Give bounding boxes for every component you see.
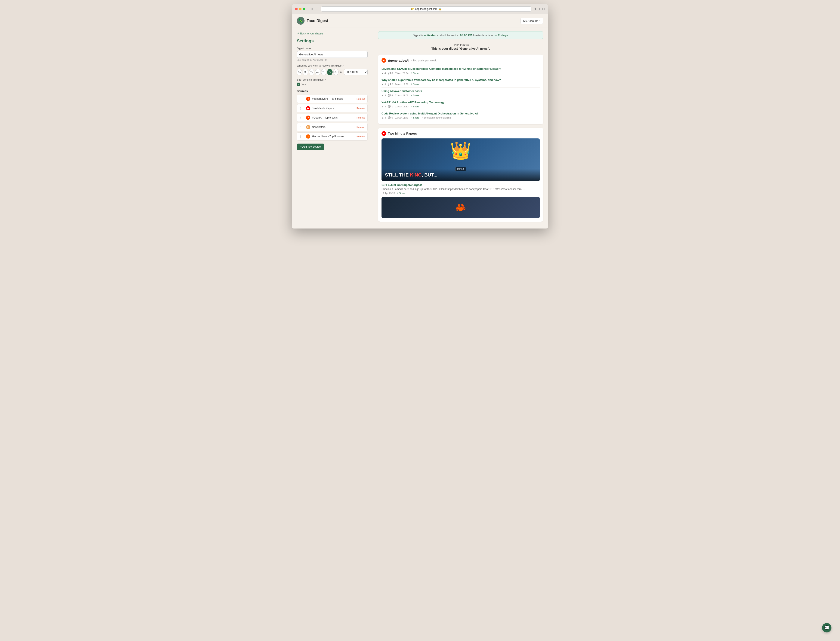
post-item: Using AI lower customer costs ▲ 3 💬 4 22… — [382, 87, 540, 99]
post-title-link[interactable]: Why should algorithmic transparency be i… — [382, 78, 540, 82]
post-date: 22 Apr 11:43 — [395, 116, 408, 119]
comments: 💬 4 — [388, 94, 393, 97]
last-sent-text: Last sent at 12 Apr 05:01 PM — [297, 59, 368, 61]
traffic-light-close[interactable] — [295, 8, 298, 10]
comments: 💬 2 — [388, 83, 393, 85]
video-date: 17 Apr 23:28 — [382, 192, 395, 195]
traffic-lights — [295, 8, 305, 10]
source-icon-youtube: ▶ — [306, 106, 310, 110]
video-title[interactable]: GPT-4 Just Got Supercharged! — [382, 184, 540, 187]
drag-handle-icon[interactable]: ⋮⋮ — [299, 107, 304, 110]
post-title-link[interactable]: YaART: Yet Another ART Rendering Technol… — [382, 101, 540, 105]
browser-back-btn[interactable]: ‹ — [316, 7, 318, 11]
video-thumbnail-partial[interactable]: 🦀 — [382, 197, 540, 218]
sidebar-icon[interactable]: ⊡ — [542, 7, 545, 11]
post-meta: ▲ 3 💬 1 22 Apr 15:30 ↗ Share — [382, 105, 540, 108]
day-thursday[interactable]: Th — [321, 69, 326, 75]
drag-handle-icon[interactable]: ⋮⋮ — [299, 97, 304, 100]
sources-title: Sources — [297, 89, 368, 93]
source-icon-reddit: ● — [306, 97, 310, 101]
remove-source-reddit-gen-ai[interactable]: Remove — [357, 98, 365, 100]
remove-source-hacker-news[interactable]: Remove — [357, 135, 365, 138]
day-tuesday[interactable]: Tu — [309, 69, 314, 75]
day-sunday[interactable]: Su — [297, 69, 302, 75]
app-logo-icon: 🦎 — [297, 17, 305, 24]
section-title-youtube: Two Minute Papers — [388, 132, 417, 135]
remove-source-two-minute-papers[interactable]: Remove — [357, 107, 365, 110]
post-item: Leveraging $TAOlie's Decentralized Compu… — [382, 65, 540, 76]
share-btn[interactable]: ↗ Share — [411, 105, 419, 108]
drag-handle-icon[interactable]: ⋮⋮ — [299, 126, 304, 129]
share-btn[interactable]: ↗ Share — [411, 116, 419, 119]
video-thumbnail[interactable]: 👑 GPT-4 STILL THE KING, BUT... — [382, 139, 540, 181]
back-link-text: Back to your digests — [300, 32, 323, 35]
traffic-light-minimize[interactable] — [299, 8, 302, 10]
remove-source-newsletters[interactable]: Remove — [357, 126, 365, 128]
drag-handle-icon[interactable]: ⋮⋮ — [299, 116, 304, 119]
back-link[interactable]: ↺ Back to your digests — [297, 32, 368, 35]
day-selector: Su Mo Tu We Th Fr Sa at 05:00 PM 06:00 P… — [297, 69, 368, 75]
section-icon-reddit: ● — [382, 58, 386, 63]
video-thumbnail-text: STILL THE KING, BUT... — [385, 172, 536, 178]
source-item-reddit-openai: ⋮⋮ ● r/OpenAI - Top 5 posts Remove — [297, 114, 368, 122]
day-monday[interactable]: Mo — [303, 69, 308, 75]
share-btn[interactable]: ↗ Share — [411, 83, 419, 85]
back-arrow-icon: ↺ — [297, 32, 299, 35]
post-meta: ▲ 4 💬 0 19 Apr 22:04 ↗ Share — [382, 72, 540, 74]
digest-name-input[interactable] — [297, 51, 368, 58]
account-dropdown[interactable]: My Account ▾ — [520, 18, 543, 24]
source-item-hacker-news: ⋮⋮ Y Hacker News - Top 5 stories Remove — [297, 132, 368, 140]
video-share-btn[interactable]: ↗ Share — [397, 192, 405, 195]
app-logo: 🦎 Taco Digest — [297, 17, 328, 24]
chat-button[interactable]: 💬 — [822, 623, 832, 633]
post-item: YaART: Yet Another ART Rendering Technol… — [382, 99, 540, 110]
digest-greeting: Hello Dmitrii This is your digest "Gener… — [378, 43, 543, 50]
source-item-newsletters: ⋮⋮ ✉ Newsletters Remove — [297, 123, 368, 131]
share-btn[interactable]: ↗ Share — [411, 94, 419, 97]
upvotes: ▲ 3 — [382, 94, 386, 97]
checkbox-row: ✓ Yes! — [297, 82, 368, 86]
upvotes: ▲ 3 — [382, 116, 386, 119]
address-bar[interactable]: 🌮 app.tacodigest.com 🔒 — [321, 6, 532, 11]
app-content: 🦎 Taco Digest My Account ▾ ↺ Back to you… — [292, 14, 548, 229]
source-name-reddit-openai: r/OpenAI - Top 5 posts — [312, 116, 355, 119]
day-saturday[interactable]: Sa — [333, 69, 339, 75]
remove-source-reddit-openai[interactable]: Remove — [357, 116, 365, 119]
browser-actions: ⬆ + ⊡ — [534, 7, 545, 11]
post-meta: ▲ 3 💬 0 22 Apr 11:43 ↗ Share ↗ self.lear… — [382, 116, 540, 119]
traffic-light-fullscreen[interactable] — [303, 8, 305, 10]
day-wednesday[interactable]: We — [315, 69, 320, 75]
browser-grid-btn[interactable]: ⊞ — [310, 7, 314, 11]
digest-name-label: Digest name — [297, 47, 368, 50]
new-tab-icon[interactable]: + — [538, 7, 540, 11]
start-sending-checkbox[interactable]: ✓ — [297, 82, 300, 86]
post-title-link[interactable]: Using AI lower customer costs — [382, 89, 540, 93]
partial-image-content: 🦀 — [455, 202, 466, 213]
post-title-link[interactable]: Code Review system using Multi AI-Agent … — [382, 112, 540, 116]
app-logo-text: Taco Digest — [307, 19, 328, 23]
post-date: 22 Apr 22:08 — [395, 94, 408, 97]
source-icon-hackernews: Y — [306, 134, 310, 139]
drag-handle-icon[interactable]: ⋮⋮ — [299, 135, 304, 138]
post-date: 24 Apr 19:56 — [395, 83, 408, 85]
post-date: 19 Apr 22:04 — [395, 72, 408, 74]
app-header: 🦎 Taco Digest My Account ▾ — [292, 14, 548, 28]
browser-window: ⊞ ‹ 🌮 app.tacodigest.com 🔒 ⬆ + ⊡ 🦎 Taco … — [292, 4, 548, 229]
post-domain: ↗ self.learnmachinelearning — [421, 116, 451, 119]
video-thumbnail-overlay: STILL THE KING, BUT... — [382, 169, 540, 181]
post-meta: ▲ 3 💬 2 24 Apr 19:56 ↗ Share — [382, 83, 540, 85]
post-title-link[interactable]: Leveraging $TAOlie's Decentralized Compu… — [382, 67, 540, 71]
source-name-hacker-news: Hacker News - Top 5 stories — [312, 135, 355, 138]
add-source-button[interactable]: + Add new source — [297, 143, 324, 150]
browser-controls: ⊞ ‹ — [310, 7, 318, 11]
share-btn[interactable]: ↗ Share — [411, 72, 419, 74]
lock-icon: 🔒 — [438, 8, 442, 10]
time-select[interactable]: 05:00 PM 06:00 PM 07:00 PM — [344, 69, 368, 75]
source-name-reddit-gen-ai: r/generativeAI - Top 5 posts — [312, 97, 355, 100]
section-icon-youtube: ▶ — [382, 131, 386, 136]
share-browser-icon[interactable]: ⬆ — [534, 7, 537, 11]
comments: 💬 0 — [388, 72, 393, 74]
day-friday[interactable]: Fr — [327, 69, 332, 75]
favicon: 🌮 — [411, 8, 414, 10]
section-subtitle-reddit: - Top posts per week — [411, 59, 437, 62]
